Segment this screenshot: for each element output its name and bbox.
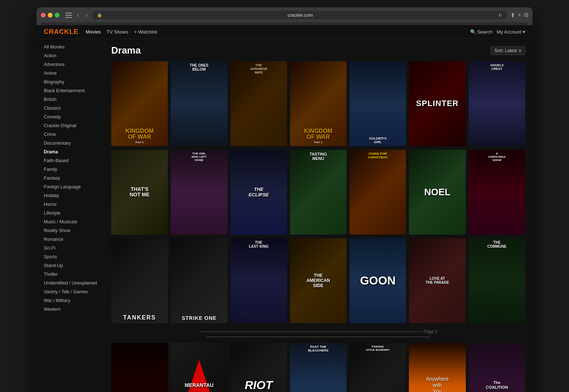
- movie-grid-row1: KINGDOMOF WAR Part 2 THE ONESBELOW: [111, 61, 525, 146]
- content-area: Drama Sort: Latest ≡ KINGDOMOF WAR Part: [104, 39, 533, 392]
- sidebar-item-western[interactable]: Western: [36, 305, 104, 314]
- movie-card-girl-who-left[interactable]: THE GIRLWHO LEFTHOME: [171, 150, 227, 235]
- sidebar-item-thriller[interactable]: Thriller: [36, 270, 104, 279]
- movie-card-last-king[interactable]: THELAST KING: [231, 238, 287, 323]
- movie-grid-row2: THAT'SNOT ME THE GIRLWHO LEFTHOME: [111, 150, 525, 235]
- sidebar-item-action[interactable]: Action: [36, 51, 104, 60]
- sidebar-item-holiday[interactable]: Holiday: [36, 191, 104, 200]
- movie-card-merantau[interactable]: MERANTAU: [171, 343, 227, 392]
- sidebar-item-black-entertainment[interactable]: Black Entertainment: [36, 86, 104, 95]
- sidebar-item-faith-based[interactable]: Faith-Based: [36, 156, 104, 165]
- nav-watchlist[interactable]: + Watchlist: [134, 29, 157, 35]
- sidebar-item-crime[interactable]: Crime: [36, 130, 104, 139]
- movie-card-finding-mchenry[interactable]: FINDINGSTICK McHENRY: [349, 343, 406, 392]
- nav-right: 🔍 Search My Account ▾: [470, 29, 525, 35]
- new-tab-icon[interactable]: +: [518, 12, 521, 19]
- app-content: CRACKLE Movies TV Shows + Watchlist 🔍 Se…: [36, 25, 533, 392]
- section-title: Drama: [111, 45, 141, 56]
- movie-card-kingdom-war2[interactable]: KINGDOMOF WAR Part 2: [111, 61, 168, 146]
- sidebar-item-biography[interactable]: Biography: [36, 78, 104, 86]
- browser-tabs: [41, 22, 528, 25]
- movie-card-splinter[interactable]: SPLINTER: [409, 61, 465, 146]
- sidebar-item-family[interactable]: Family: [36, 165, 104, 174]
- close-button[interactable]: [41, 13, 46, 17]
- sort-label: Sort: Latest: [495, 48, 517, 53]
- movie-card-coalition[interactable]: TheCOALITION: [469, 343, 525, 392]
- sort-button[interactable]: Sort: Latest ≡: [491, 46, 525, 55]
- movie-card-japanese-wife[interactable]: THEJAPANESEWIFE: [231, 61, 287, 146]
- sidebar-item-adventure[interactable]: Adventure: [36, 60, 104, 69]
- top-nav: CRACKLE Movies TV Shows + Watchlist 🔍 Se…: [36, 25, 533, 39]
- address-bar[interactable]: 🔒 crackle.com ↻: [93, 11, 507, 19]
- sidebar-item-classics[interactable]: Classics: [36, 104, 104, 113]
- movie-card-angels-crest[interactable]: ANGELSCREST: [469, 61, 525, 146]
- movie-card-love-parade[interactable]: LOVE ATTHE PARADE: [409, 238, 465, 323]
- sidebar-item-romance[interactable]: Romance: [36, 235, 104, 244]
- sidebar-item-horror[interactable]: Horror: [36, 200, 104, 209]
- crackle-logo: CRACKLE: [44, 28, 78, 36]
- sidebar-item-music[interactable]: Music / Musicals: [36, 217, 104, 226]
- main-layout: All Movies Action Adventure Anime Biogra…: [36, 39, 533, 392]
- sidebar-item-variety[interactable]: Variety / Talk / Games: [36, 287, 104, 296]
- back-button[interactable]: ‹: [76, 11, 80, 19]
- minimize-button[interactable]: [48, 13, 53, 17]
- movie-card-past-bleachers[interactable]: PAST THEBLEACHERS: [290, 343, 347, 392]
- reload-icon[interactable]: ↻: [499, 13, 502, 18]
- sidebar-item-documentary[interactable]: Documentary: [36, 139, 104, 148]
- sidebar-item-unidentified[interactable]: Unidentified / Unexplained: [36, 279, 104, 287]
- sidebar-item-comedy[interactable]: Comedy: [36, 113, 104, 121]
- sidebar-item-british[interactable]: British: [36, 95, 104, 104]
- traffic-lights: [41, 13, 59, 17]
- share-icon[interactable]: ⬆: [510, 12, 515, 19]
- movie-card-harlem-aria[interactable]: HARLEMARIA: [111, 343, 168, 392]
- movie-card-riot[interactable]: RIOT: [231, 343, 287, 392]
- movie-card-tasting-menu[interactable]: TASTINGMENU: [290, 150, 347, 235]
- browser-window: ‹ › 🔒 crackle.com ↻ ⬆ + ⧉ CRACKLE Movies…: [36, 7, 533, 392]
- chevron-down-icon: ▾: [523, 29, 525, 35]
- movie-card-noel[interactable]: NOEL: [409, 150, 465, 235]
- tabs-icon[interactable]: ⧉: [524, 12, 528, 19]
- movie-card-goon[interactable]: GOON: [349, 238, 406, 323]
- maximize-button[interactable]: [55, 13, 59, 17]
- movie-card-thats-not-me[interactable]: THAT'SNOT ME: [111, 150, 168, 235]
- sidebar-item-anime[interactable]: Anime: [36, 69, 104, 78]
- sidebar-item-war[interactable]: War / Military: [36, 296, 104, 305]
- search-nav[interactable]: 🔍 Search: [470, 29, 492, 35]
- movie-grid-row4: HARLEMARIA MERANTAU: [111, 343, 525, 392]
- security-icon: 🔒: [97, 13, 102, 17]
- account-nav[interactable]: My Account ▾: [497, 29, 525, 35]
- movie-card-strike-one[interactable]: STRIKE ONE: [171, 238, 227, 323]
- movie-grid-row3: TANKERS STRIKE ONE THELAST KING: [111, 238, 525, 323]
- sidebar-item-reality-show[interactable]: Reality Show: [36, 226, 104, 235]
- sidebar-toggle-icon[interactable]: [65, 13, 72, 18]
- nav-tvshows[interactable]: TV Shows: [107, 29, 128, 35]
- sidebar-item-lifestyle[interactable]: Lifestyle: [36, 209, 104, 217]
- url-text: crackle.com: [104, 12, 496, 18]
- sidebar: All Movies Action Adventure Anime Biogra…: [36, 39, 104, 392]
- sidebar-item-drama[interactable]: Drama: [36, 148, 104, 156]
- movie-card-coins-christmas[interactable]: COINS FORCHRISTMAS: [349, 150, 406, 235]
- movie-card-anywhere-with-you[interactable]: AnywherewithYou: [409, 343, 465, 392]
- sidebar-item-foreign-language[interactable]: Foreign Language: [36, 183, 104, 191]
- nav-links: Movies TV Shows + Watchlist: [86, 29, 463, 35]
- sidebar-item-sports[interactable]: Sports: [36, 252, 104, 261]
- browser-actions: ⬆ + ⧉: [510, 12, 528, 19]
- movie-card-eclipse[interactable]: TheEclipse: [231, 150, 287, 235]
- sort-icon: ≡: [519, 48, 521, 53]
- movie-card-tankers[interactable]: TANKERS: [111, 238, 168, 323]
- sidebar-item-fantasy[interactable]: Fantasy: [36, 174, 104, 183]
- search-icon: 🔍: [470, 29, 476, 35]
- movie-card-kingdom-war1[interactable]: KINGDOMOF WAR Part 1: [290, 61, 347, 146]
- sidebar-item-crackle-original[interactable]: Crackle Original: [36, 121, 104, 130]
- movie-card-ones-below[interactable]: THE ONESBELOW: [171, 61, 227, 146]
- movie-card-soldiers-girl[interactable]: SOLDIER'SGIRL: [349, 61, 406, 146]
- movie-card-commune[interactable]: THECOMMUNE: [469, 238, 525, 323]
- nav-movies[interactable]: Movies: [86, 29, 101, 35]
- section-header: Drama Sort: Latest ≡: [111, 45, 525, 56]
- sidebar-item-scifi[interactable]: Sci-Fi: [36, 244, 104, 252]
- forward-button[interactable]: ›: [84, 11, 89, 19]
- movie-card-christmas-show[interactable]: ACHRISTMASSHOW: [469, 150, 525, 235]
- movie-card-american-side[interactable]: THEAMERICANSIDE: [290, 238, 347, 323]
- sidebar-item-all-movies[interactable]: All Movies: [36, 43, 104, 51]
- sidebar-item-standup[interactable]: Stand-Up: [36, 261, 104, 270]
